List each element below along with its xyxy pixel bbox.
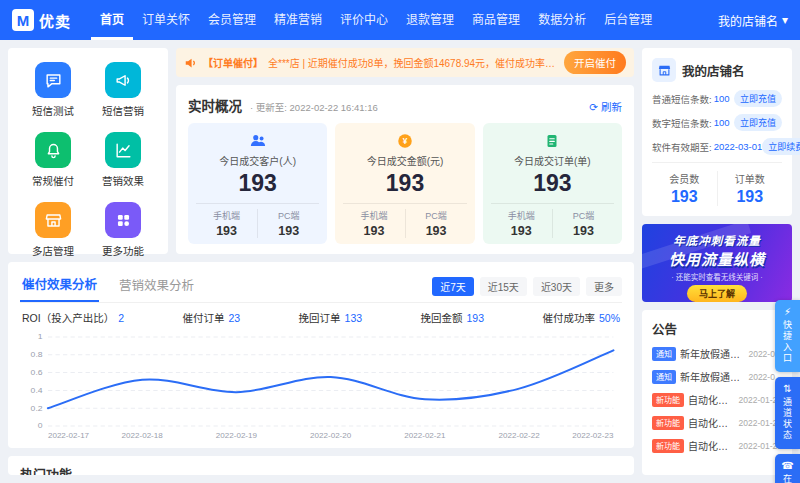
nav-item-refund-management[interactable]: 退款管理 bbox=[397, 0, 463, 40]
svg-text:0.8: 0.8 bbox=[31, 350, 43, 360]
svg-text:0.2: 0.2 bbox=[31, 403, 43, 413]
tile-label: 短信测试 bbox=[32, 103, 74, 118]
mobile-label: 手机端 bbox=[343, 209, 404, 222]
nav-item-member-management[interactable]: 会员管理 bbox=[199, 0, 265, 40]
notice-badge: 新功能 bbox=[652, 393, 684, 407]
hot-features-card: 热门功能 bbox=[8, 456, 634, 475]
order-count-stat: 订单数 193 bbox=[717, 171, 783, 206]
announcements-card: 公告 通知 新年放假通知！！！ 2022-0... 通知 新年放假通知！！！ 2… bbox=[642, 310, 792, 475]
promo-banner[interactable]: 年底冲刺看流量 快用流量纵横 · 还能实时查看无线关键词 · 马上了解 bbox=[642, 224, 792, 302]
notice-text: 新年放假通知！！！ bbox=[680, 369, 744, 384]
metric-recovered-orders: 挽回订单133 bbox=[299, 310, 363, 325]
megaphone-icon bbox=[105, 62, 141, 98]
announcement-bar: 【订单催付】 全***店 | 近期催付成功8单，挽回金额14678.94元，催付… bbox=[176, 48, 634, 77]
stat-label: 订单数 bbox=[718, 171, 783, 186]
page-body: 短信测试 短信营销 常规催付 bbox=[0, 40, 800, 483]
sms-test-icon bbox=[35, 62, 71, 98]
pc-label: PC端 bbox=[258, 209, 319, 222]
online-service-tab[interactable]: ☎ 在线咨询 bbox=[775, 454, 800, 483]
sidebar-item-more-features[interactable]: 更多功能 bbox=[88, 202, 158, 258]
recharge-button[interactable]: 立即充值 bbox=[734, 114, 782, 131]
announcements-title: 公告 bbox=[652, 319, 782, 338]
banner-tagline: · 还能实时查看无线关键词 · bbox=[671, 271, 763, 282]
digital-sms-row: 数字短信条数: 100 立即充值 bbox=[652, 114, 782, 131]
banner-subheadline: 快用流量纵横 bbox=[669, 248, 765, 269]
range-more[interactable]: 更多 bbox=[586, 277, 622, 296]
sidebar-item-sms-marketing[interactable]: 短信营销 bbox=[88, 62, 158, 118]
effect-analysis-card: 催付效果分析 营销效果分析 近7天 近15天 近30天 更多 ROI（投入产出比… bbox=[8, 262, 634, 448]
shop-account-menu[interactable]: 我的店铺名 ▾ bbox=[718, 12, 788, 29]
sms-balance-row: 普通短信条数: 100 立即充值 bbox=[652, 90, 782, 107]
notice-item[interactable]: 新功能 自动化营销功能上线 2022-01-25 bbox=[652, 415, 782, 430]
nav-item-precision-marketing[interactable]: 精准营销 bbox=[265, 0, 331, 40]
notice-badge: 通知 bbox=[652, 370, 676, 384]
svg-text:2022-02-22: 2022-02-22 bbox=[499, 431, 540, 440]
order-receipt-icon bbox=[543, 132, 561, 150]
notice-text: 自动化营销功能上线 bbox=[688, 392, 735, 407]
headset-icon: ☎ bbox=[781, 461, 793, 471]
sidebar-item-marketing-effect[interactable]: 营销效果 bbox=[88, 132, 158, 188]
logo-text: 优卖 bbox=[39, 10, 71, 31]
row-value: 2022-03-01 bbox=[714, 141, 763, 152]
nav-item-backend-management[interactable]: 后台管理 bbox=[595, 0, 661, 40]
nav-item-data-analysis[interactable]: 数据分析 bbox=[529, 0, 595, 40]
notice-item[interactable]: 新功能 自动化营销功能上线 2022-01-25 bbox=[652, 392, 782, 407]
nav-item-product-management[interactable]: 商品管理 bbox=[463, 0, 529, 40]
quick-entry-tab[interactable]: ⚡ 快捷入口 bbox=[775, 300, 800, 372]
shop-icon bbox=[652, 58, 676, 82]
banner-headline: 年底冲刺看流量 bbox=[673, 232, 761, 248]
speaker-icon bbox=[184, 56, 198, 70]
mobile-label: 手机端 bbox=[491, 209, 552, 222]
svg-text:2022-02-20: 2022-02-20 bbox=[310, 431, 352, 440]
notice-badge: 新功能 bbox=[652, 416, 684, 430]
stat-value: 193 bbox=[533, 170, 571, 197]
svg-text:2022-02-19: 2022-02-19 bbox=[216, 431, 257, 440]
nav-item-review-center[interactable]: 评价中心 bbox=[331, 0, 397, 40]
chevron-down-icon: ▾ bbox=[782, 13, 788, 27]
metric-roi: ROI（投入产出比）2 bbox=[22, 310, 124, 325]
pc-label: PC端 bbox=[553, 209, 614, 222]
sidebar-item-payment-reminder[interactable]: 常规催付 bbox=[18, 132, 88, 188]
notice-badge: 新功能 bbox=[652, 439, 684, 453]
banner-cta-button[interactable]: 马上了解 bbox=[687, 285, 747, 302]
notice-item[interactable]: 通知 新年放假通知！！！ 2022-0... bbox=[652, 346, 782, 361]
mobile-label: 手机端 bbox=[196, 209, 257, 222]
stat-label: 今日成交订单(单) bbox=[514, 153, 591, 168]
chart-line-icon bbox=[105, 132, 141, 168]
roi-trend-line-chart: 00.20.40.60.812022-02-172022-02-182022-0… bbox=[20, 329, 622, 441]
stat-card-customers: 今日成交客户(人) 193 手机端 193 PC端 193 bbox=[188, 123, 327, 244]
storefront-icon bbox=[35, 202, 71, 238]
nav-item-order-care[interactable]: 订单关怀 bbox=[133, 0, 199, 40]
sidebar-item-multi-store[interactable]: 多店管理 bbox=[18, 202, 88, 258]
nav-item-home[interactable]: 首页 bbox=[91, 0, 133, 40]
member-count-stat: 会员数 193 bbox=[652, 171, 717, 206]
notice-item[interactable]: 通知 新年放假通知！！！ 2022-0... bbox=[652, 369, 782, 384]
tab-label: 快捷入口 bbox=[781, 320, 794, 364]
range-7d[interactable]: 近7天 bbox=[432, 277, 474, 296]
svg-text:2022-02-18: 2022-02-18 bbox=[122, 431, 163, 440]
overview-title: 实时概况 bbox=[188, 95, 242, 115]
sidebar-item-sms-test[interactable]: 短信测试 bbox=[18, 62, 88, 118]
metric-success-rate: 催付成功率50% bbox=[542, 310, 620, 325]
channel-status-tab[interactable]: ⇅ 通道状态 bbox=[775, 377, 800, 449]
recharge-button[interactable]: 立即充值 bbox=[734, 90, 782, 107]
stat-label: 今日成交客户(人) bbox=[219, 153, 296, 168]
tab-reminder-effect[interactable]: 催付效果分析 bbox=[20, 270, 99, 302]
row-label: 数字短信条数: bbox=[652, 116, 712, 130]
stat-value: 193 bbox=[238, 170, 276, 197]
start-reminder-button[interactable]: 开启催付 bbox=[564, 51, 626, 74]
renew-button[interactable]: 立即续费 bbox=[762, 138, 800, 155]
notice-item[interactable]: 新功能 自动化营销功能上线 2022-01-25 bbox=[652, 438, 782, 453]
range-30d[interactable]: 近30天 bbox=[533, 277, 580, 296]
notice-text: 自动化营销功能上线 bbox=[688, 438, 735, 453]
refresh-button[interactable]: ⟳ 刷新 bbox=[589, 99, 622, 114]
range-15d[interactable]: 近15天 bbox=[480, 277, 527, 296]
notice-badge: 通知 bbox=[652, 347, 676, 361]
svg-text:0: 0 bbox=[38, 421, 43, 431]
app-logo[interactable]: M 优卖 bbox=[12, 9, 71, 31]
top-navbar: M 优卖 首页 订单关怀 会员管理 精准营销 评价中心 退款管理 商品管理 数据… bbox=[0, 0, 800, 40]
logo-m-icon: M bbox=[12, 9, 34, 31]
pc-value: 193 bbox=[406, 224, 467, 238]
floating-side-tabs: ⚡ 快捷入口 ⇅ 通道状态 ☎ 在线咨询 bbox=[775, 300, 800, 483]
tab-marketing-effect[interactable]: 营销效果分析 bbox=[117, 271, 196, 301]
